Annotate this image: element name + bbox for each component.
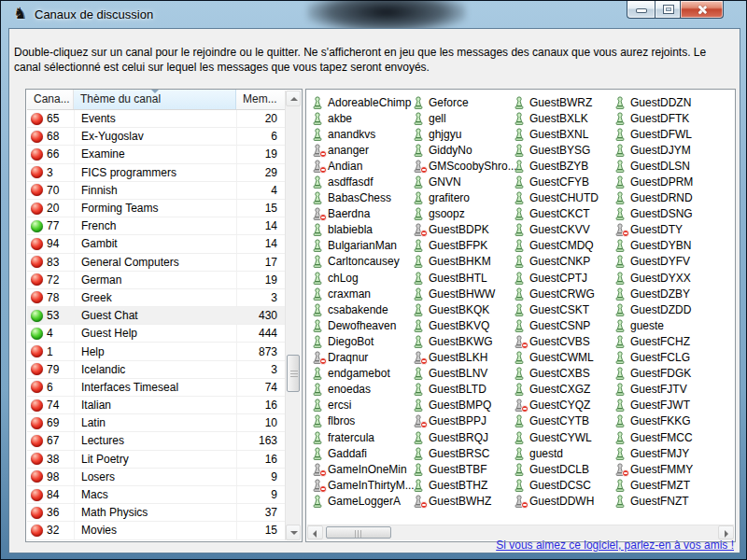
user-item[interactable]: GuestCYTB bbox=[514, 413, 613, 429]
user-item[interactable]: GuestBXLK bbox=[514, 110, 613, 126]
user-item[interactable]: GuestBLTD bbox=[413, 382, 513, 398]
user-item[interactable]: GuestBMPQ bbox=[413, 398, 513, 413]
user-item[interactable]: GuestCPTJ bbox=[514, 270, 613, 286]
minimize-button[interactable] bbox=[627, 1, 655, 19]
user-item[interactable]: GuestDCSC bbox=[514, 477, 613, 493]
user-item[interactable]: GuestFMZT bbox=[614, 477, 714, 493]
user-item[interactable]: AdoreableChimp bbox=[312, 94, 412, 110]
user-item[interactable]: GuestDRND bbox=[614, 190, 714, 206]
channel-row[interactable]: 65Events20 bbox=[27, 110, 285, 128]
user-item[interactable]: GuestFJWT bbox=[614, 398, 714, 413]
scroll-up-button[interactable] bbox=[286, 91, 301, 106]
scroll-down-button[interactable] bbox=[286, 525, 301, 540]
user-item[interactable]: ghjgyu bbox=[413, 126, 513, 142]
user-item[interactable]: GuestBXNL bbox=[514, 126, 613, 142]
user-item[interactable]: endgamebot bbox=[312, 366, 412, 382]
user-item[interactable]: Andian bbox=[312, 158, 412, 174]
user-item[interactable]: blabiebla bbox=[312, 222, 412, 238]
channel-row[interactable]: 74Italian16 bbox=[27, 397, 285, 414]
user-item[interactable]: GuestCRWG bbox=[514, 286, 613, 301]
user-item[interactable]: GuestDFTK bbox=[614, 110, 714, 126]
user-item[interactable]: GuestCVBS bbox=[514, 333, 613, 349]
user-item[interactable]: GuestDYXX bbox=[614, 270, 714, 286]
user-item[interactable]: GuestBZYB bbox=[514, 158, 613, 174]
channel-row[interactable]: 79Icelandic3 bbox=[27, 361, 285, 379]
user-item[interactable]: GuestCWML bbox=[514, 350, 613, 366]
user-item[interactable]: Geforce bbox=[413, 94, 513, 110]
maximize-button[interactable] bbox=[655, 1, 681, 19]
user-item[interactable]: GuestBYSG bbox=[514, 142, 613, 158]
channel-row[interactable]: 83General Computers17 bbox=[27, 254, 285, 272]
user-item[interactable]: GuestFMJY bbox=[614, 445, 714, 461]
channel-row[interactable]: 84Macs9 bbox=[27, 486, 285, 504]
user-item[interactable]: GuestBKWG bbox=[413, 333, 513, 349]
user-item[interactable]: GuestFMCC bbox=[614, 429, 714, 445]
user-item[interactable]: GuestBHTL bbox=[413, 270, 513, 286]
user-item[interactable]: ercsi bbox=[312, 398, 412, 413]
user-item[interactable]: GuestDZBY bbox=[614, 286, 714, 301]
user-item[interactable]: GameLoggerA bbox=[312, 493, 412, 509]
user-item[interactable]: GuestBKVQ bbox=[413, 317, 513, 333]
user-item[interactable]: anandkvs bbox=[312, 126, 412, 142]
user-item[interactable]: GuestCSNP bbox=[514, 317, 613, 333]
user-item[interactable]: GuestDYFV bbox=[614, 254, 714, 270]
user-item[interactable]: gell bbox=[413, 110, 513, 126]
channel-row[interactable]: 94Gambit14 bbox=[27, 235, 285, 253]
channel-row[interactable]: 69Latin10 bbox=[27, 414, 285, 432]
channel-row[interactable]: 3FICS programmers29 bbox=[27, 164, 285, 182]
user-item[interactable]: GuestCYQZ bbox=[514, 398, 613, 413]
user-item[interactable]: GuestDSNG bbox=[614, 206, 714, 222]
channel-row[interactable]: 53Guest Chat430 bbox=[27, 307, 285, 325]
user-item[interactable]: GuestFMMY bbox=[614, 461, 714, 477]
user-item[interactable]: GuestFKKG bbox=[614, 413, 714, 429]
user-item[interactable]: GuestCKVV bbox=[514, 222, 613, 238]
header-theme-column[interactable]: Thème du canal bbox=[74, 90, 236, 109]
user-item[interactable]: Baerdna bbox=[312, 206, 412, 222]
user-item[interactable]: GuestDDZN bbox=[614, 94, 714, 110]
channel-row[interactable]: 77French14 bbox=[27, 217, 285, 235]
channel-vertical-scrollbar[interactable] bbox=[285, 91, 301, 540]
user-item[interactable]: GuestFDGK bbox=[614, 366, 714, 382]
user-item[interactable]: GiddyNo bbox=[413, 142, 513, 158]
user-item[interactable]: GuestBKQK bbox=[413, 301, 513, 317]
user-item[interactable]: akbe bbox=[312, 110, 412, 126]
header-members-column[interactable]: Mem... bbox=[236, 90, 285, 109]
user-item[interactable]: Gaddafi bbox=[312, 445, 412, 461]
user-item[interactable]: grafitero bbox=[413, 190, 513, 206]
user-item[interactable]: flbros bbox=[312, 413, 412, 429]
user-item[interactable]: GuestCKCT bbox=[514, 206, 613, 222]
user-item[interactable]: GuestDDWH bbox=[514, 493, 613, 509]
user-item[interactable]: craxman bbox=[312, 286, 412, 301]
user-item[interactable]: GameInThirtyM... bbox=[312, 477, 412, 493]
user-item[interactable]: gueste bbox=[614, 317, 714, 333]
user-item[interactable]: GuestDPRM bbox=[614, 174, 714, 189]
user-item[interactable]: chLog bbox=[312, 270, 412, 286]
user-item[interactable]: GMScoobyShro... bbox=[413, 158, 513, 174]
user-item[interactable]: gsoopz bbox=[413, 206, 513, 222]
user-item[interactable]: guestd bbox=[514, 445, 613, 461]
user-item[interactable]: GuestCXBS bbox=[514, 366, 613, 382]
channel-row[interactable]: 32Movies15 bbox=[27, 522, 285, 539]
user-item[interactable]: fratercula bbox=[312, 429, 412, 445]
user-item[interactable]: GuestBRSC bbox=[413, 445, 513, 461]
user-item[interactable]: GuestBHWW bbox=[413, 286, 513, 301]
user-item[interactable]: GuestCFYB bbox=[514, 174, 613, 189]
user-item[interactable]: GuestFNZT bbox=[614, 493, 714, 509]
user-item[interactable]: GuestCNKP bbox=[514, 254, 613, 270]
close-button[interactable] bbox=[681, 1, 724, 19]
channel-row[interactable]: 4Guest Help444 bbox=[27, 325, 285, 343]
user-item[interactable]: GuestCXGZ bbox=[514, 382, 613, 398]
channel-row[interactable]: 72German19 bbox=[27, 272, 285, 289]
user-item[interactable]: GuestDZDD bbox=[614, 301, 714, 317]
channel-row[interactable]: 20Forming Teams15 bbox=[27, 200, 285, 217]
user-item[interactable]: GuestBLNV bbox=[413, 366, 513, 382]
channel-row[interactable]: 67Lectures163 bbox=[27, 432, 285, 450]
user-item[interactable]: GuestDLSN bbox=[614, 158, 714, 174]
channel-row[interactable]: 98Losers9 bbox=[27, 469, 285, 486]
user-item[interactable]: GuestFCHZ bbox=[614, 333, 714, 349]
vertical-scroll-thumb[interactable] bbox=[287, 355, 300, 392]
user-item[interactable]: Dewofheaven bbox=[312, 317, 412, 333]
channel-row[interactable]: 66Examine19 bbox=[27, 146, 285, 163]
user-item[interactable]: GuestDFWL bbox=[614, 126, 714, 142]
user-item[interactable]: ananger bbox=[312, 142, 412, 158]
